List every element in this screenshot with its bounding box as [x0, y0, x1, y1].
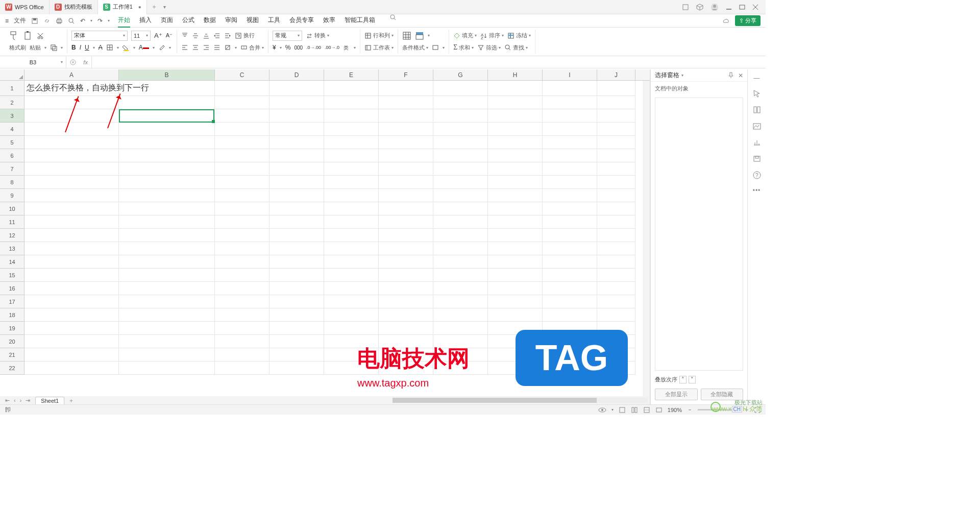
minimize-icon[interactable] — [726, 4, 732, 10]
underline-icon[interactable]: U — [85, 44, 89, 51]
cell[interactable] — [324, 176, 379, 189]
format-brush-label[interactable]: 格式刷 — [9, 44, 26, 52]
cell[interactable] — [270, 136, 324, 149]
pane-title-caret[interactable]: ▾ — [681, 73, 683, 78]
rowcol-button[interactable]: 行和列▾ — [364, 32, 394, 39]
cell[interactable] — [324, 136, 379, 149]
font-color-icon[interactable]: A — [139, 44, 149, 51]
cell[interactable] — [324, 282, 379, 295]
cell[interactable]: 怎么换行不换格，自动换到下一行 — [24, 81, 119, 96]
zoom-out-icon[interactable]: － — [687, 406, 693, 414]
cell[interactable] — [543, 202, 597, 215]
align-middle-icon[interactable] — [192, 32, 199, 39]
align-center-icon[interactable] — [192, 44, 199, 51]
cell[interactable] — [24, 123, 119, 136]
cell[interactable] — [119, 136, 215, 149]
reading-mode-icon[interactable] — [655, 406, 663, 414]
inc-decimal-icon[interactable]: .0→.00 — [306, 45, 321, 50]
cell[interactable] — [24, 96, 119, 109]
cell[interactable] — [488, 189, 543, 202]
cell[interactable] — [24, 176, 119, 189]
currency-icon[interactable]: ¥ — [273, 44, 276, 51]
cell[interactable] — [215, 322, 270, 335]
cell[interactable] — [543, 149, 597, 162]
cell[interactable] — [215, 81, 270, 96]
cell[interactable] — [24, 322, 119, 335]
fx-icon[interactable]: fx — [83, 59, 88, 65]
cell[interactable] — [24, 295, 119, 308]
cell[interactable] — [433, 255, 488, 269]
cell[interactable] — [24, 189, 119, 202]
cell[interactable] — [119, 255, 215, 269]
window-icon[interactable] — [682, 4, 689, 11]
row-header[interactable]: 7 — [0, 162, 24, 176]
increase-font-icon[interactable]: A⁺ — [154, 32, 162, 39]
app-tab-template[interactable]: D 找稻壳模板 — [50, 0, 98, 14]
cell[interactable] — [488, 255, 543, 269]
cell[interactable] — [270, 149, 324, 162]
cell[interactable] — [597, 136, 635, 149]
cell[interactable] — [433, 242, 488, 255]
tab-data[interactable]: 数据 — [204, 14, 216, 28]
bold-icon[interactable]: B — [71, 44, 76, 51]
col-header-h[interactable]: H — [488, 69, 543, 80]
cell[interactable] — [215, 348, 270, 361]
print-icon[interactable] — [56, 17, 63, 25]
tab-menu-caret[interactable]: ▾ — [163, 4, 166, 10]
sum-button[interactable]: Σ求和▾ — [453, 43, 474, 52]
cell[interactable] — [543, 269, 597, 282]
col-header-e[interactable]: E — [324, 69, 379, 80]
row-header[interactable]: 3 — [0, 109, 24, 123]
cell[interactable] — [488, 176, 543, 189]
insert-table-icon[interactable] — [402, 31, 411, 40]
cell[interactable] — [379, 176, 433, 189]
cell[interactable] — [488, 229, 543, 242]
tab-review[interactable]: 审阅 — [225, 14, 237, 28]
cell[interactable] — [543, 255, 597, 269]
align-right-icon[interactable] — [203, 44, 210, 51]
cell[interactable] — [215, 255, 270, 269]
cell[interactable] — [119, 308, 215, 322]
cell[interactable] — [597, 123, 635, 136]
cell[interactable] — [119, 348, 215, 361]
cell[interactable] — [24, 202, 119, 215]
cell[interactable] — [24, 242, 119, 255]
file-menu[interactable]: 文件 — [14, 16, 26, 25]
eye-icon[interactable] — [598, 407, 606, 413]
cell[interactable] — [324, 229, 379, 242]
cell[interactable] — [543, 242, 597, 255]
col-header-i[interactable]: I — [543, 69, 597, 80]
row-header[interactable]: 19 — [0, 322, 24, 335]
cell[interactable] — [324, 109, 379, 123]
cell[interactable] — [543, 123, 597, 136]
row-header[interactable]: 2 — [0, 96, 24, 109]
col-header-a[interactable]: A — [24, 69, 119, 80]
italic-icon[interactable]: I — [80, 44, 81, 51]
cell[interactable] — [597, 295, 635, 308]
cell[interactable] — [379, 96, 433, 109]
vertical-scrollbar[interactable] — [643, 81, 650, 396]
cell[interactable] — [119, 176, 215, 189]
indent-left-icon[interactable] — [213, 32, 220, 39]
cell[interactable] — [270, 109, 324, 123]
cell[interactable] — [24, 255, 119, 269]
col-header-f[interactable]: F — [379, 69, 433, 80]
row-header[interactable]: 16 — [0, 282, 24, 295]
cell[interactable] — [215, 308, 270, 322]
fill-color-icon[interactable] — [122, 44, 130, 51]
cell[interactable] — [215, 109, 270, 123]
cell[interactable] — [24, 162, 119, 176]
cell[interactable] — [270, 202, 324, 215]
cond-format-button[interactable]: 条件格式▾ — [402, 44, 428, 52]
row-header[interactable]: 20 — [0, 335, 24, 348]
cell[interactable] — [433, 308, 488, 322]
row-header[interactable]: 21 — [0, 348, 24, 361]
row-header[interactable]: 15 — [0, 269, 24, 282]
cell[interactable] — [488, 162, 543, 176]
cell[interactable] — [433, 109, 488, 123]
indent-right-icon[interactable] — [224, 32, 231, 39]
prev-sheet-icon[interactable]: ‹ — [14, 397, 16, 404]
cell[interactable] — [488, 282, 543, 295]
style-tool-icon[interactable] — [752, 105, 762, 114]
format-type-icon[interactable]: 类 — [343, 44, 350, 51]
